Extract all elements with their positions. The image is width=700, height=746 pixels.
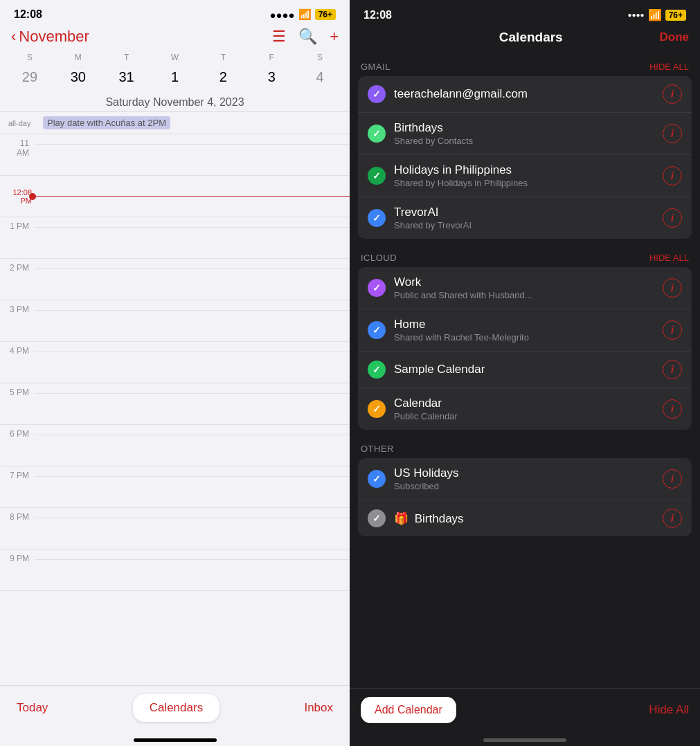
today-button[interactable]: Today [17, 701, 48, 715]
holidays-info-button[interactable]: i [663, 166, 682, 185]
us-holidays-check: ✓ [368, 470, 386, 488]
left-time: 12:08 [14, 8, 42, 21]
list-view-icon[interactable]: ☰ [272, 28, 286, 46]
calendars-button[interactable]: Calendars [133, 694, 220, 722]
icloud-hide-all-button[interactable]: HIDE ALL [649, 253, 689, 263]
public-check: ✓ [368, 400, 386, 418]
left-panel: 12:08 ●●●● 📶 76+ ‹ November ☰ 🔍 + S M T … [0, 0, 350, 746]
date-3[interactable]: 3 [247, 66, 296, 88]
time-row-6pm: 6 PM [0, 425, 350, 466]
weekday-m: M [54, 51, 102, 64]
calendar-item-work[interactable]: ✓ Work Public and Shared with Husband...… [358, 267, 692, 309]
date-31[interactable]: 31 [102, 66, 151, 88]
weekday-t2: T [199, 51, 247, 64]
gmail-check: ✓ [368, 85, 386, 103]
checkmark-icon: ✓ [373, 473, 381, 484]
right-bottom-bar: Add Calendar Hide All [350, 688, 700, 736]
info-icon: i [671, 364, 674, 375]
info-icon: i [671, 89, 674, 100]
allday-label: all-day [8, 119, 43, 127]
checkmark-icon: ✓ [373, 89, 381, 100]
right-time: 12:08 [364, 9, 392, 21]
time-label-5pm: 5 PM [0, 383, 35, 397]
info-icon: i [671, 473, 674, 484]
calendar-item-public[interactable]: ✓ Calendar Public Calendar i [358, 388, 692, 430]
info-icon: i [671, 325, 674, 336]
work-info-button[interactable]: i [663, 278, 682, 298]
time-label-3pm: 3 PM [0, 300, 35, 314]
date-30[interactable]: 30 [54, 66, 102, 88]
calendar-item-home[interactable]: ✓ Home Shared with Rachel Tee-Melegrito … [358, 309, 692, 352]
gmail-label: GMAIL [361, 62, 391, 72]
calendar-item-holidays[interactable]: ✓ Holidays in Philippines Shared by Holi… [358, 155, 692, 197]
sample-name: Sample Calendar [394, 363, 663, 376]
time-row-1pm: 1 PM [0, 217, 350, 259]
allday-row: all-day Play date with Acuñas at 2PM [0, 112, 350, 134]
calendar-item-trevorai[interactable]: ✓ TrevorAI Shared by TrevorAI i [358, 197, 692, 239]
public-name: Calendar [394, 397, 663, 410]
public-info-button[interactable]: i [663, 399, 682, 419]
add-calendar-button[interactable]: Add Calendar [361, 697, 456, 723]
birthdays-gmail-sub: Shared by Contacts [394, 136, 663, 146]
date-1[interactable]: 1 [151, 66, 199, 88]
holidays-info: Holidays in Philippines Shared by Holida… [394, 163, 663, 188]
gmail-hide-all-button[interactable]: HIDE ALL [649, 62, 689, 72]
sample-info-button[interactable]: i [663, 360, 682, 379]
home-indicator-right [483, 738, 566, 742]
holidays-sub: Shared by Holidays in Philippines [394, 178, 663, 188]
calendar-item-us-holidays[interactable]: ✓ US Holidays Subscribed i [358, 458, 692, 500]
time-row-11am: 11 AM [0, 134, 350, 176]
calendar-item-birthdays-gmail[interactable]: ✓ Birthdays Shared by Contacts i [358, 113, 692, 155]
date-4-today[interactable]: 4 [296, 66, 344, 88]
back-arrow-icon: ‹ [11, 28, 16, 46]
signal-icon: ●●●● [269, 9, 294, 21]
selected-date-label: Saturday November 4, 2023 [0, 92, 350, 112]
info-icon: i [671, 282, 674, 293]
date-2[interactable]: 2 [199, 66, 247, 88]
home-sub: Shared with Rachel Tee-Melegrito [394, 332, 663, 343]
right-wifi-icon: 📶 [648, 8, 662, 21]
home-info-button[interactable]: i [663, 320, 682, 340]
gmail-info-button[interactable]: i [663, 84, 682, 104]
checkmark-icon: ✓ [373, 403, 381, 415]
done-button[interactable]: Done [660, 30, 690, 44]
work-sub: Public and Shared with Husband... [394, 290, 663, 300]
weekday-w: W [151, 51, 199, 64]
calendar-item-birthdays-other[interactable]: ✓ 🎁 Birthdays i [358, 500, 692, 536]
gift-icon: 🎁 [394, 512, 409, 525]
time-row-4pm: 4 PM [0, 342, 350, 383]
time-label-6pm: 6 PM [0, 425, 35, 439]
birthdays-other-info-button[interactable]: i [663, 509, 682, 528]
birthdays-gmail-info: Birthdays Shared by Contacts [394, 121, 663, 146]
calendars-scroll-area: GMAIL HIDE ALL ✓ teerachelann@gmail.com … [350, 53, 700, 688]
home-indicator-left [134, 738, 217, 742]
right-signal-icon: ●●●● [627, 11, 644, 19]
date-29[interactable]: 29 [6, 66, 54, 88]
date-row: 29 30 31 1 2 3 4 [0, 66, 350, 88]
trevorai-info-button[interactable]: i [663, 208, 682, 228]
calendar-item-sample[interactable]: ✓ Sample Calendar i [358, 352, 692, 388]
calendars-header: Calendars Done [350, 26, 700, 53]
us-holidays-info-button[interactable]: i [663, 469, 682, 489]
birthdays-gmail-info-button[interactable]: i [663, 124, 682, 143]
month-nav[interactable]: ‹ November [11, 28, 89, 46]
holidays-check: ✓ [368, 167, 386, 185]
add-event-icon[interactable]: + [330, 28, 339, 46]
allday-event[interactable]: Play date with Acuñas at 2PM [43, 116, 170, 129]
inbox-button[interactable]: Inbox [304, 701, 333, 715]
birthdays-other-name: 🎁 Birthdays [394, 511, 663, 526]
checkmark-icon: ✓ [373, 325, 381, 336]
hide-all-button[interactable]: Hide All [649, 703, 689, 717]
weekday-row: S M T W T F S [0, 51, 350, 64]
time-grid: all-day Play date with Acuñas at 2PM 11 … [0, 112, 350, 685]
search-icon[interactable]: 🔍 [298, 28, 317, 46]
checkmark-icon: ✓ [373, 513, 381, 524]
time-label-9pm: 9 PM [0, 549, 35, 563]
work-info: Work Public and Shared with Husband... [394, 275, 663, 300]
info-icon: i [671, 212, 674, 224]
checkmark-icon: ✓ [373, 282, 381, 293]
calendar-item-gmail[interactable]: ✓ teerachelann@gmail.com i [358, 76, 692, 113]
other-section-header: OTHER [350, 435, 700, 458]
weekday-f: F [247, 51, 296, 64]
time-label-4pm: 4 PM [0, 342, 35, 356]
